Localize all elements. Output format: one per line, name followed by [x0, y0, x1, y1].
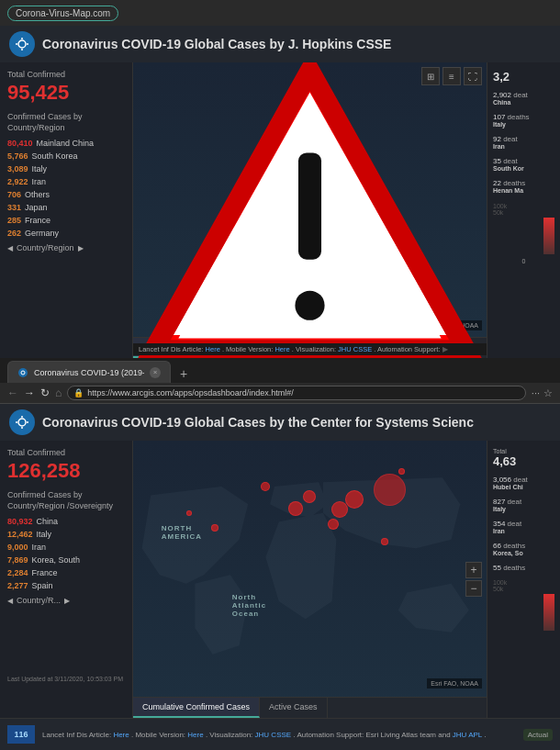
footer-sep-2: . Visualization: [206, 731, 255, 739]
footer-link-jhu-top[interactable]: JHU CSSE [338, 345, 372, 353]
list-item: 3,089 Italy [7, 164, 125, 174]
right-stat-henan: 22 deaths Henan Ma [493, 179, 554, 194]
right-stat-korea-b: 66 deaths Korea, So [493, 542, 554, 556]
svg-point-14 [18, 419, 26, 426]
region-name: France [32, 568, 58, 577]
region-name: Others [25, 190, 50, 199]
footer-text-vis-top: . Visualization: [292, 345, 338, 353]
footer-sep-1: . Mobile Version: [131, 731, 187, 739]
browser-chrome: Coronavirus COVID-19 (2019-n × + ← → ↻ ⌂… [0, 358, 560, 404]
warning-triangle-svg [133, 62, 487, 358]
region-name: South Korea [32, 151, 78, 161]
region-count: 7,869 [7, 555, 28, 565]
map-btn-list[interactable]: ≡ [442, 67, 461, 85]
url-menu-dots[interactable]: ··· [532, 387, 540, 399]
region-name: Korea, South [32, 555, 81, 565]
region-count: 80,932 [7, 517, 33, 526]
country-region-footer[interactable]: ◀ Country/Region ▶ [7, 243, 125, 252]
actual-badge: Actual [523, 729, 553, 741]
region-count: 2,277 [7, 581, 28, 590]
total-confirmed-label-top: Total Confirmed [7, 70, 125, 79]
top-dash-title: Coronavirus COVID-19 Global Cases by J. … [42, 37, 391, 51]
home-button[interactable]: ⌂ [55, 386, 62, 399]
list-item: 331 Japan [7, 203, 125, 212]
us-dot-2 [186, 510, 192, 516]
cases-by-region-label-top: Confirmed Cases by Country/Region [7, 112, 125, 133]
total-confirmed-label-bottom: Total Confirmed [7, 448, 125, 457]
footer-link-here2-top[interactable]: Here [274, 345, 289, 353]
footer-link-here-top[interactable]: Here [206, 345, 220, 353]
region-name: Spain [32, 581, 53, 590]
bottom-dash-logo [9, 409, 35, 435]
region-name: Germany [25, 229, 59, 238]
region-list-bottom: 80,932 China 12,462 Italy 9,000 Iran 7,8… [7, 517, 125, 590]
browser-tab-active[interactable]: Coronavirus COVID-19 (2019-n × [7, 361, 171, 383]
tab-close-btn[interactable]: × [150, 367, 161, 378]
cases-by-region-label-bottom: Confirmed Cases by Country/Region /Sover… [7, 490, 125, 511]
bottom-dash-body: Total Confirmed 126,258 Confirmed Cases … [0, 441, 560, 718]
bottom-panel: Coronavirus COVID-19 Global Cases by the… [0, 404, 560, 750]
list-item: 80,410 Mainland China [7, 139, 125, 148]
bottom-right-sidebar: Total 4,63 3,056 deat Hubei Chi 827 deat… [487, 441, 560, 718]
top-right-sidebar: 3,2 2,902 deat China 107 deaths Italy 92… [487, 62, 560, 358]
tab-favicon [17, 367, 28, 378]
footer-link-here-b2[interactable]: Here [187, 731, 203, 739]
tab-label: Coronavirus COVID-19 (2019-n [34, 368, 144, 377]
top-url-badge[interactable]: Corona-Virus-Map.com [7, 6, 118, 21]
tab-bar: Coronavirus COVID-19 (2019-n × + [0, 358, 560, 383]
list-item: 285 France [7, 216, 125, 225]
back-button[interactable]: ← [7, 386, 18, 399]
region-name: Iran [32, 177, 47, 186]
right-stat-hubei: 3,056 deat Hubei Chi [493, 476, 554, 490]
svg-point-11 [295, 291, 324, 320]
new-tab-button[interactable]: + [174, 364, 193, 383]
us-dot-1 [211, 524, 218, 532]
country-region-footer-bottom[interactable]: ◀ Country/R... ▶ [7, 596, 125, 605]
tab-cumulative-confirmed-bottom[interactable]: Cumulative Confirmed Cases [133, 698, 260, 718]
top-map-area: ⊞ ≡ ⛶ [133, 62, 487, 358]
map-btn-fullscreen[interactable]: ⛶ [464, 67, 482, 85]
iran-dot [328, 519, 339, 530]
svg-point-12 [18, 368, 28, 377]
tab-active-cases-bottom[interactable]: Active Cases [260, 698, 328, 718]
region-count: 80,410 [7, 139, 33, 148]
warning-overlay [133, 62, 487, 358]
nkorea-dot [398, 468, 405, 475]
bottom-total-stat: Total 4,63 [493, 448, 554, 468]
url-display: https://www.arcgis.com/apps/opsdashboard… [87, 388, 294, 397]
bottom-total-number: 4,63 [493, 454, 554, 468]
forward-button[interactable]: → [24, 386, 35, 399]
footer-link-jhu-apl[interactable]: JHU APL [453, 731, 482, 739]
map-btn-grid[interactable]: ⊞ [421, 67, 440, 85]
list-item: 5,766 South Korea [7, 151, 125, 161]
bottom-dash-header: Coronavirus COVID-19 Global Cases by the… [0, 404, 560, 441]
region-count: 3,089 [7, 164, 28, 174]
top-dash-logo [9, 31, 35, 57]
top-total-stat: 3,2 [493, 70, 554, 84]
svg-point-0 [18, 40, 26, 48]
footer-link-here-b1[interactable]: Here [113, 731, 129, 739]
footer-text-auto-top: . Automation Support: [374, 345, 442, 353]
footer-text-top: Lancet Inf Dis Article: [139, 345, 206, 353]
footer-sep-3: . Automation Support: Esri Living Atlas … [293, 731, 452, 739]
sea-dot [381, 538, 388, 545]
region-count: 331 [7, 203, 21, 212]
zoom-out-button[interactable]: − [465, 580, 482, 597]
url-bookmark-btn[interactable]: ☆ [543, 387, 553, 399]
url-input-bar[interactable]: 🔒 https://www.arcgis.com/apps/opsdashboa… [67, 386, 526, 400]
region-name: Japan [25, 203, 48, 212]
refresh-button[interactable]: ↻ [40, 386, 50, 399]
right-stat-iran-b: 354 deat Iran [493, 520, 554, 534]
footer-info-bottom: Lancet Inf Dis Article: Here . Mobile Ve… [42, 731, 516, 739]
footer-link-jhu-b[interactable]: JHU CSSE [255, 731, 292, 739]
bottom-esri-badge: Esri FAO, NOAA [427, 678, 482, 688]
deaths-label: deaths [503, 564, 525, 572]
list-item: 262 Germany [7, 229, 125, 238]
right-stat-italy-b: 827 deat Italy [493, 498, 554, 512]
list-item: 2,922 Iran [7, 177, 125, 186]
zoom-in-button[interactable]: + [465, 562, 482, 578]
top-map-controls: ⊞ ≡ ⛶ [421, 67, 482, 85]
region-count: 285 [7, 216, 21, 225]
top-footer: Lancet Inf Dis Article: Here . Mobile Ve… [133, 343, 487, 355]
top-panel: Corona-Virus-Map.com Coronavirus COVID-1… [0, 0, 560, 358]
